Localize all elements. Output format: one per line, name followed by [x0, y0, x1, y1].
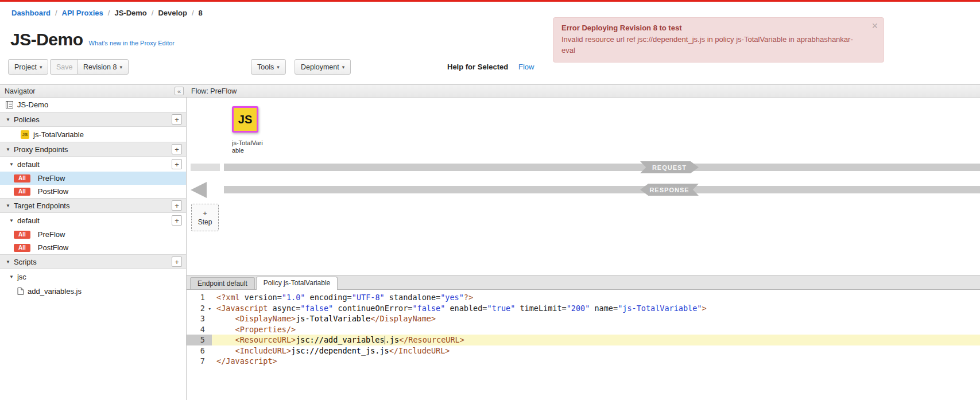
code-line[interactable]: 2▾<Javascript async="false" continueOnEr…: [187, 303, 980, 314]
line-number: 4: [187, 324, 212, 335]
navigator-header: Navigator «: [0, 84, 187, 98]
nav-item-label: js-TotalVariable: [33, 130, 84, 139]
caret-down-icon: ▼: [6, 147, 10, 152]
caret-down-icon: ▼: [6, 117, 10, 122]
flow-help-link[interactable]: Flow: [518, 63, 534, 71]
nav-item-label: add_variables.js: [28, 287, 82, 296]
condition-all-badge: All: [14, 174, 30, 182]
code-text: <?xml version="1.0" encoding="UTF-8" sta…: [212, 292, 980, 303]
add-script-button[interactable]: +: [172, 257, 182, 267]
nav-item-target-postflow[interactable]: All PostFlow: [0, 241, 186, 254]
nav-item-label: PreFlow: [38, 174, 65, 182]
code-line[interactable]: 7</Javascript>: [187, 356, 980, 367]
nav-item-label: PostFlow: [38, 187, 68, 196]
chevron-down-icon: ▾: [119, 64, 122, 70]
fold-caret-icon[interactable]: ▾: [208, 304, 211, 314]
revision-menu-button[interactable]: Revision 8 ▾: [77, 59, 129, 75]
breadcrumb-item-proxy-name: JS-Demo: [114, 9, 146, 17]
chevron-down-icon: ▾: [277, 64, 280, 70]
caret-down-icon: ▼: [9, 162, 14, 167]
nav-item-proxy-root[interactable]: JS-Demo: [0, 98, 186, 112]
code-text: </Javascript>: [212, 356, 980, 367]
js-policy-node-icon: JS: [238, 113, 252, 126]
nav-item-label: PreFlow: [38, 230, 65, 239]
nav-item-proxy-default[interactable]: ▼ default +: [0, 157, 186, 172]
code-line[interactable]: 4 <Properties/>: [187, 324, 980, 335]
help-for-selected-label: Help for Selected: [447, 63, 508, 71]
nav-item-label: JS-Demo: [17, 100, 48, 109]
breadcrumb-separator: /: [108, 9, 110, 17]
js-policy-node[interactable]: JS: [232, 106, 258, 133]
nav-item-target-preflow[interactable]: All PreFlow: [0, 228, 186, 241]
breadcrumb-item-develop: Develop: [158, 9, 187, 17]
request-flow-banner: REQUEST: [640, 161, 699, 173]
nav-item-proxy-postflow[interactable]: All PostFlow: [0, 185, 186, 198]
caret-down-icon: ▼: [6, 259, 10, 265]
nav-section-policies[interactable]: ▼ Policies +: [0, 112, 186, 127]
code-line[interactable]: 1<?xml version="1.0" encoding="UTF-8" st…: [187, 292, 980, 303]
nav-section-scripts[interactable]: ▼ Scripts +: [0, 254, 186, 269]
code-text: <Javascript async="false" continueOnErro…: [212, 303, 980, 314]
flow-canvas: JS js-TotalVariable REQUEST RESPONSE + S…: [187, 98, 980, 275]
js-policy-icon: JS: [21, 130, 29, 139]
tab-endpoint-default[interactable]: Endpoint default: [190, 277, 255, 289]
section-label: Policies: [14, 115, 40, 124]
section-label: Proxy Endpoints: [14, 145, 68, 154]
response-flow-banner: RESPONSE: [640, 184, 699, 196]
nav-item-jsc-folder[interactable]: ▼ jsc: [0, 269, 186, 284]
add-step-button[interactable]: + Step: [191, 204, 219, 231]
line-number: 2▾: [187, 303, 212, 314]
page-title-row: JS-Demo What's new in the Proxy Editor: [10, 30, 175, 49]
nav-item-js-totalvariable[interactable]: JS js-TotalVariable: [0, 127, 186, 142]
chevron-down-icon: ▾: [40, 64, 42, 70]
nav-item-proxy-preflow[interactable]: All PreFlow: [0, 172, 186, 185]
nav-item-target-default[interactable]: ▼ default +: [0, 213, 186, 228]
deployment-menu-button[interactable]: Deployment ▾: [295, 59, 351, 75]
save-button[interactable]: Save: [50, 59, 79, 75]
tools-menu-button[interactable]: Tools ▾: [251, 59, 286, 75]
code-text: <IncludeURL>jsc://dependent_js.js</Inclu…: [212, 345, 980, 356]
code-line[interactable]: 3 <DisplayName>js-TotalVariable</Display…: [187, 313, 980, 324]
breadcrumb-link-dashboard[interactable]: Dashboard: [11, 9, 51, 17]
error-alert-title: Error Deploying Revision 8 to test: [561, 22, 864, 34]
code-area[interactable]: 1<?xml version="1.0" encoding="UTF-8" st…: [187, 290, 980, 400]
breadcrumb-separator: /: [152, 9, 154, 17]
nav-section-target-endpoints[interactable]: ▼ Target Endpoints +: [0, 198, 186, 213]
collapse-sidebar-icon[interactable]: «: [175, 87, 184, 95]
code-line[interactable]: 6 <IncludeURL>jsc://dependent_js.js</Inc…: [187, 345, 980, 356]
nav-section-proxy-endpoints[interactable]: ▼ Proxy Endpoints +: [0, 142, 186, 157]
navigator-panel: JS-Demo ▼ Policies + JS js-TotalVariable…: [0, 98, 187, 400]
code-text: <DisplayName>js-TotalVariable</DisplayNa…: [212, 313, 980, 324]
nav-item-label: default: [17, 216, 40, 225]
project-menu-button[interactable]: Project ▾: [8, 59, 48, 75]
flow-panel-title: Flow: PreFlow: [191, 87, 237, 95]
breadcrumb-link-api-proxies[interactable]: API Proxies: [62, 9, 103, 17]
breadcrumb-separator: /: [55, 9, 57, 17]
add-flow-button[interactable]: +: [172, 215, 182, 226]
line-number: 7: [187, 356, 212, 367]
response-flow-line[interactable]: [224, 186, 980, 193]
line-number: 3: [187, 313, 212, 324]
response-label: RESPONSE: [649, 187, 689, 193]
error-alert-message: Invalid resource url ref jsc://dependent…: [561, 34, 864, 56]
condition-all-badge: All: [14, 231, 30, 239]
add-target-endpoint-button[interactable]: +: [172, 200, 182, 211]
nav-item-label: jsc: [17, 273, 26, 281]
revision-menu-label: Revision 8: [83, 63, 117, 71]
section-label: Target Endpoints: [14, 201, 70, 210]
tools-menu-label: Tools: [257, 63, 274, 71]
code-line[interactable]: 5 <ResourceURL>jsc://add_variables.js</R…: [187, 335, 980, 345]
add-policy-button[interactable]: +: [172, 114, 182, 125]
toolbar: Project ▾ Save Revision 8 ▾ Tools ▾ Depl…: [0, 58, 980, 76]
error-alert: Error Deploying Revision 8 to test Inval…: [553, 17, 884, 63]
condition-all-badge: All: [14, 188, 30, 196]
add-proxy-endpoint-button[interactable]: +: [172, 144, 182, 154]
tab-policy-js-totalvariable[interactable]: Policy js-TotalVariable: [256, 277, 338, 290]
close-icon[interactable]: ×: [871, 21, 878, 31]
nav-item-add-variables-js[interactable]: add_variables.js: [0, 284, 186, 298]
whats-new-link[interactable]: What's new in the Proxy Editor: [89, 40, 175, 46]
request-flow-line[interactable]: [224, 164, 980, 171]
caret-down-icon: ▼: [9, 274, 14, 279]
editor-tabs: Endpoint default Policy js-TotalVariable: [187, 276, 980, 290]
add-flow-button[interactable]: +: [172, 159, 182, 169]
